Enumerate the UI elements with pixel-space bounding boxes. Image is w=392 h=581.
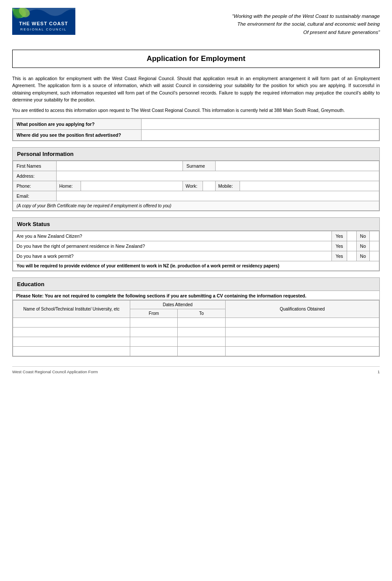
position-label: What position are you applying for? [13,119,142,130]
page-header: THE WEST COAST REGIONAL COUNCIL “Working… [12,8,380,42]
advertised-value[interactable] [142,130,379,141]
intro-para2: You are entitled to access this informat… [12,107,380,114]
work-value[interactable] [203,181,215,191]
citizen-no-label: No [356,231,369,241]
page-footer: West Coast Regional Council Application … [12,366,380,374]
email-label: Email: [13,191,57,201]
personal-info-table: First Names Surname Address: Phone: Home… [13,161,379,211]
citizen-row: Are you a New Zealand Citizen? Yes No [13,231,379,241]
education-section: Education Please Note: You are not requi… [12,277,380,357]
work-notice-row: You will be required to provide evidence… [13,261,379,271]
intro-para1: This is an application for employment wi… [12,75,380,103]
home-label: Home: [57,181,81,191]
residence-yes-checkbox[interactable] [347,241,356,251]
edu-school-4[interactable] [13,347,130,356]
edu-qual-1[interactable] [225,318,379,328]
position-value[interactable] [142,119,379,130]
mobile-label: Mobile: [216,181,240,191]
education-table: Name of School/Technical Institute/ Univ… [13,300,379,356]
edu-qual-3[interactable] [225,337,379,347]
position-section: What position are you applying for? Wher… [12,118,380,141]
work-status-section: Work Status Are you a New Zealand Citize… [12,217,380,271]
edu-to-2[interactable] [178,328,225,337]
address-label: Address: [13,171,57,181]
work-status-table: Are you a New Zealand Citizen? Yes No Do… [13,231,379,271]
surname-value[interactable] [216,161,379,171]
work-label: Work: [183,181,203,191]
edu-qual-4[interactable] [225,347,379,356]
education-header: Education [13,278,379,291]
edu-school-1[interactable] [13,318,130,328]
email-row: Email: [13,191,379,201]
permit-no-label: No [356,251,369,261]
edu-header-row1: Name of School/Technical Institute/ Univ… [13,301,379,309]
residence-yes-label: Yes [332,241,347,251]
to-col-header: To [178,309,225,318]
permit-yes-checkbox[interactable] [347,251,356,261]
edu-tbody [13,318,379,356]
edu-qual-2[interactable] [225,328,379,337]
intro-text: This is an application for employment wi… [12,75,380,114]
birth-cert-note: (A copy of your Birth Certificate may be… [13,201,379,211]
edu-school-3[interactable] [13,337,130,347]
work-subtable: Work: [183,181,215,191]
edu-to-1[interactable] [178,318,225,328]
edu-row-4 [13,347,379,356]
edu-row-3 [13,337,379,347]
citizen-question: Are you a New Zealand Citizen? [13,231,332,241]
citizen-no-checkbox[interactable] [370,231,379,241]
dates-col-header: Dates Attended [130,301,226,309]
residence-row: Do you have the right of permanent resid… [13,241,379,251]
edu-from-2[interactable] [130,328,178,337]
phone-label: Phone: [13,181,57,191]
edu-from-3[interactable] [130,337,178,347]
logo-area: THE WEST COAST REGIONAL COUNCIL [12,8,80,42]
surname-label: Surname [183,161,216,171]
personal-section: Personal Information First Names Surname… [12,147,380,211]
personal-section-header: Personal Information [13,148,379,161]
email-value[interactable] [57,191,379,201]
edu-row-2 [13,328,379,337]
edu-to-4[interactable] [178,347,225,356]
qual-col-header: Qualifications Obtained [225,301,379,318]
address-row: Address: [13,171,379,181]
logo-image: THE WEST COAST REGIONAL COUNCIL [12,8,75,42]
first-names-value[interactable] [57,161,183,171]
mobile-subtable: Mobile: [216,181,379,191]
citizen-yes-checkbox[interactable] [347,231,356,241]
permit-yes-label: Yes [332,251,347,261]
edu-thead: Name of School/Technical Institute/ Univ… [13,301,379,318]
edu-row-1 [13,318,379,328]
work-status-header: Work Status [13,218,379,231]
advertised-label: Where did you see the position first adv… [13,130,142,141]
advertised-row: Where did you see the position first adv… [13,130,379,141]
permit-no-checkbox[interactable] [370,251,379,261]
address-value[interactable] [57,171,379,181]
position-row: What position are you applying for? [13,119,379,130]
phone-row: Phone: Home: Work: [13,181,379,191]
education-notice: Please Note: You are not required to com… [13,291,379,300]
residence-no-checkbox[interactable] [370,241,379,251]
edu-from-4[interactable] [130,347,178,356]
permit-row: Do you have a work permit? Yes No [13,251,379,261]
svg-text:THE WEST COAST: THE WEST COAST [19,21,68,26]
footer-left: West Coast Regional Council Application … [12,369,98,374]
citizen-yes-label: Yes [332,231,347,241]
phone-subtable: Home: [57,181,182,191]
from-col-header: From [130,309,178,318]
edu-from-1[interactable] [130,318,178,328]
permit-question: Do you have a work permit? [13,251,332,261]
edu-to-3[interactable] [178,337,225,347]
first-names-label: First Names [13,161,57,171]
footer-right: 1 [378,369,380,374]
mobile-value[interactable] [240,181,379,191]
svg-text:REGIONAL COUNCIL: REGIONAL COUNCIL [20,27,67,31]
tagline: “Working with the people of the West Coa… [80,8,380,36]
residence-no-label: No [356,241,369,251]
home-value[interactable] [81,181,182,191]
birth-cert-row: (A copy of your Birth Certificate may be… [13,201,379,211]
residence-question: Do you have the right of permanent resid… [13,241,332,251]
work-notice-text: You will be required to provide evidence… [13,261,379,271]
edu-school-2[interactable] [13,328,130,337]
name-row: First Names Surname [13,161,379,171]
